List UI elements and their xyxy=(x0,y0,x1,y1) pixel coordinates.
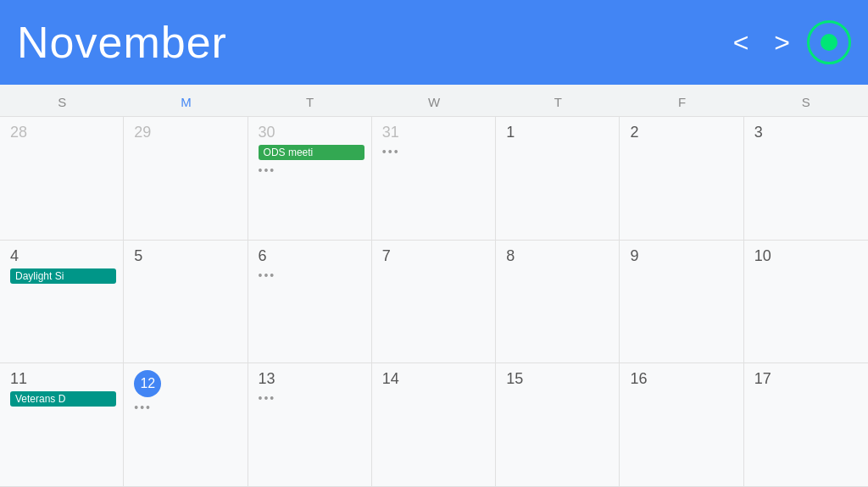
today-dot-icon xyxy=(821,34,837,51)
cell-nov-12[interactable]: 12 ••• xyxy=(124,363,248,486)
cell-nov-7[interactable]: 7 xyxy=(372,241,496,363)
date-label: 8 xyxy=(506,247,612,265)
prev-month-button[interactable]: < xyxy=(725,25,758,59)
daylight-saving-event[interactable]: Daylight Si xyxy=(10,268,116,284)
day-header-friday: F xyxy=(620,95,743,109)
date-label: 16 xyxy=(630,370,736,388)
date-label: 30 xyxy=(259,124,364,141)
cell-nov-5[interactable]: 5 xyxy=(124,241,248,363)
day-header-wednesday: W xyxy=(372,95,496,109)
more-events-dots[interactable]: ••• xyxy=(259,268,364,282)
calendar-row-2: 4 Daylight Si 5 6 ••• 7 8 9 10 xyxy=(0,241,868,364)
cell-nov-9[interactable]: 9 xyxy=(620,241,743,363)
cell-nov-3[interactable]: 3 xyxy=(744,117,868,240)
date-label: 2 xyxy=(630,124,736,141)
date-label: 31 xyxy=(382,124,488,141)
date-label: 11 xyxy=(10,370,116,388)
date-label: 28 xyxy=(10,124,116,141)
calendar-row-3: 11 Veterans D 12 ••• 13 ••• 14 15 16 17 xyxy=(0,363,868,487)
more-events-dots[interactable]: ••• xyxy=(259,163,364,177)
today-date-label: 12 xyxy=(134,370,161,397)
cell-nov-8[interactable]: 8 xyxy=(496,241,620,363)
more-events-dots[interactable]: ••• xyxy=(382,145,488,158)
cell-nov-15[interactable]: 15 xyxy=(496,363,620,486)
date-label: 6 xyxy=(259,247,364,265)
cell-nov-14[interactable]: 14 xyxy=(372,363,496,486)
date-label: 3 xyxy=(754,124,861,141)
day-header-thursday: T xyxy=(496,95,620,109)
day-header-saturday: S xyxy=(744,95,868,109)
date-label: 14 xyxy=(382,370,488,388)
cell-nov-13[interactable]: 13 ••• xyxy=(248,363,372,486)
cell-nov-10[interactable]: 10 xyxy=(744,241,868,363)
cell-nov-16[interactable]: 16 xyxy=(620,363,743,486)
date-label: 9 xyxy=(630,247,736,265)
ods-meeting-event[interactable]: ODS meeti xyxy=(259,145,364,160)
veterans-day-event[interactable]: Veterans D xyxy=(10,391,116,407)
header-nav: < > xyxy=(725,20,851,64)
date-label: 17 xyxy=(754,370,861,388)
date-label: 15 xyxy=(506,370,612,388)
more-events-dots[interactable]: ••• xyxy=(134,401,240,414)
day-header-tuesday: T xyxy=(248,95,372,109)
cell-oct-29[interactable]: 29 xyxy=(124,117,248,240)
date-label: 13 xyxy=(259,370,364,388)
today-indicator-button[interactable] xyxy=(807,20,851,64)
day-header-monday: M xyxy=(124,95,248,109)
cell-oct-31[interactable]: 31 ••• xyxy=(372,117,496,240)
month-title: November xyxy=(17,17,227,68)
day-headers-row: S M T W T F S xyxy=(0,85,868,117)
cell-nov-17[interactable]: 17 xyxy=(744,363,868,486)
date-label: 7 xyxy=(382,247,488,265)
date-label: 1 xyxy=(506,124,612,141)
date-label: 5 xyxy=(134,247,240,265)
cell-oct-30[interactable]: 30 ODS meeti ••• xyxy=(248,117,372,240)
cell-nov-11[interactable]: 11 Veterans D xyxy=(0,363,124,486)
cell-nov-6[interactable]: 6 ••• xyxy=(248,241,372,363)
calendar-row-1: 28 29 30 ODS meeti ••• 31 ••• 1 2 3 xyxy=(0,117,868,241)
calendar-header: November < > xyxy=(0,0,868,85)
day-header-sunday: S xyxy=(0,95,124,109)
date-label: 10 xyxy=(754,247,861,265)
cell-oct-28[interactable]: 28 xyxy=(0,117,124,240)
calendar-app: November < > S M T W T F S 28 29 30 xyxy=(0,0,868,487)
date-label: 4 xyxy=(10,247,116,265)
cell-nov-1[interactable]: 1 xyxy=(496,117,620,240)
more-events-dots[interactable]: ••• xyxy=(259,391,364,405)
calendar-grid: 28 29 30 ODS meeti ••• 31 ••• 1 2 3 xyxy=(0,117,868,487)
cell-nov-2[interactable]: 2 xyxy=(620,117,743,240)
cell-nov-4[interactable]: 4 Daylight Si xyxy=(0,241,124,363)
date-label: 29 xyxy=(134,124,240,141)
next-month-button[interactable]: > xyxy=(765,25,798,59)
